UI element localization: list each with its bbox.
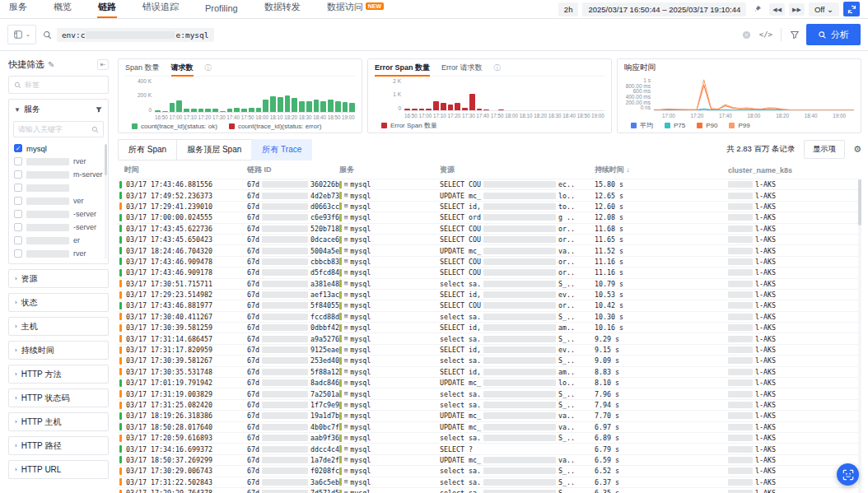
cell-resource[interactable]: select sa.S_..	[440, 390, 595, 398]
checkbox[interactable]	[14, 170, 22, 179]
refresh-button[interactable]	[843, 2, 860, 16]
table-tab[interactable]: 服务顶层 Span	[176, 139, 252, 160]
cell-trace-id[interactable]: 67d4b0bc7f	[247, 423, 339, 431]
filter-section-HTTP 状态码[interactable]: ›HTTP 状态码	[8, 388, 109, 407]
cell-service[interactable]: ▤mysql	[339, 247, 440, 255]
cell-trace-id[interactable]: 67d19a1d7b	[247, 412, 339, 420]
cell-resource[interactable]: select sa.S_..	[440, 489, 595, 493]
cell-trace-id[interactable]: 67da381e48	[247, 280, 339, 288]
nav-tab[interactable]: 服务	[8, 0, 28, 18]
cell-trace-id[interactable]: 67da9a5276	[247, 335, 339, 343]
table-row[interactable]: 03/17 17:29:29.76437867d7d571d5▤mysqlsel…	[118, 488, 861, 493]
cell-trace-id[interactable]: 67d0dbbf42	[247, 323, 339, 332]
search-input[interactable]: env:ce:mysql	[43, 24, 735, 45]
table-row[interactable]: 03/17 17:49:52.23637367d4d2eb73▤mysqlUPD…	[118, 190, 861, 201]
legend-item[interactable]: Error Span 数量	[381, 121, 437, 130]
legend-item[interactable]: P75	[665, 122, 685, 129]
cell-service[interactable]: ▤mysql	[339, 192, 440, 200]
filter-section-HTTP 主机[interactable]: ›HTTP 主机	[8, 412, 109, 431]
col-resource[interactable]: 资源	[440, 165, 595, 175]
cell-resource[interactable]: UPDATE mc_lo..	[440, 192, 595, 200]
table-row[interactable]: 03/17 17:43:46.90947867dcbbcb83▤mysqlSEL…	[118, 257, 861, 267]
col-trace-id[interactable]: 链路 ID	[247, 165, 339, 175]
cell-trace-id[interactable]: 67d253ed40	[247, 356, 339, 365]
cell-trace-id[interactable]: 67d520b718	[247, 225, 339, 233]
table-row[interactable]: 03/17 17:43:45.62273667d520b718▤mysqlSEL…	[118, 224, 861, 235]
cell-service[interactable]: ▤mysql	[339, 335, 440, 343]
cell-trace-id[interactable]: 67d1f7c9e9	[247, 401, 339, 409]
table-row[interactable]: 03/17 17:43:46.90917867dd5fcd84▤mysqlSEL…	[118, 267, 861, 278]
table-row[interactable]: 03/17 17:00:00.02455567dc6e93f6▤mysqlSEL…	[118, 212, 861, 223]
table-row[interactable]: 03/17 17:20:59.61689367daab9f36▤mysqlsel…	[118, 433, 861, 444]
cell-service[interactable]: ▤mysql	[339, 379, 440, 387]
cell-trace-id[interactable]: 67dfccd88d	[247, 313, 339, 321]
info-icon[interactable]: ⓘ	[494, 63, 501, 72]
cell-service[interactable]: ▤mysql	[339, 390, 440, 398]
edit-icon[interactable]: ✎	[48, 60, 54, 69]
cell-service[interactable]: ▤mysql	[339, 467, 440, 475]
table-row[interactable]: 03/17 17:31:19.00382967d7a2501a▤mysqlsel…	[118, 388, 861, 399]
nav-tab[interactable]: 数据访问NEW	[326, 0, 385, 18]
cell-trace-id[interactable]: 67d0dcace6	[247, 235, 339, 244]
cell-service[interactable]: ▤mysql	[339, 356, 440, 365]
table-row[interactable]: 03/17 17:31:22.50284367d3a6c5eb▤mysqlsel…	[118, 477, 861, 488]
cell-resource[interactable]: SELECT id,ev..	[440, 291, 595, 299]
info-icon[interactable]: ⓘ	[205, 63, 212, 72]
cell-trace-id[interactable]: 67d3a6c5eb	[247, 478, 339, 486]
col-time[interactable]: 时间	[118, 165, 247, 175]
cell-resource[interactable]: SELECT COUec..	[440, 180, 595, 188]
checkbox[interactable]	[14, 184, 22, 192]
nav-tab[interactable]: 错误追踪	[142, 0, 180, 18]
legend-item[interactable]: count(trace_id)(status: error)	[229, 123, 321, 130]
table-row[interactable]: 03/17 17:29:41.23901067dd0663cc▤mysqlSEL…	[118, 202, 861, 212]
cell-trace-id[interactable]: 67d1a7de2f	[247, 456, 339, 464]
cell-resource[interactable]: SELECT COUor..	[440, 268, 595, 277]
cell-trace-id[interactable]: 67dc6e93f6	[247, 213, 339, 221]
cell-resource[interactable]: select sa.S_..	[440, 280, 595, 288]
cell-service[interactable]: ▤mysql	[339, 280, 440, 288]
cell-service[interactable]: ▤mysql	[339, 478, 440, 486]
cell-service[interactable]: ▤mysql	[339, 412, 440, 420]
cell-service[interactable]: ▤mysql	[339, 202, 440, 211]
cell-trace-id[interactable]: 67d7a2501a	[247, 390, 339, 398]
cell-resource[interactable]: SELECT id,ev..	[440, 346, 595, 354]
col-duration[interactable]: 持续时间 ↓	[595, 165, 677, 175]
table-row[interactable]: 03/17 18:50:37.26929967d1a7de2f▤mysqlUPD…	[118, 455, 861, 466]
filter-section-HTTP URL[interactable]: ›HTTP URL	[8, 460, 109, 479]
cell-trace-id[interactable]: 67d5f84055	[247, 301, 339, 309]
cell-trace-id[interactable]: 67dcbbcb83	[247, 258, 339, 266]
cell-resource[interactable]: SELECT COUor..	[440, 235, 595, 244]
checkbox[interactable]	[14, 236, 22, 244]
cell-service[interactable]: ▤mysql	[339, 456, 440, 464]
cell-resource[interactable]: SELECT id,to..	[440, 202, 595, 211]
cell-trace-id[interactable]: 67dd5fcd84	[247, 268, 339, 277]
cell-service[interactable]: ▤mysql	[339, 213, 440, 221]
cell-service[interactable]: ▤mysql	[339, 323, 440, 332]
cell-resource[interactable]: SELECT ordg ..	[440, 213, 595, 221]
filter-section-HTTP 方法[interactable]: ›HTTP 方法	[8, 365, 109, 384]
analyze-button[interactable]: 分析	[806, 24, 861, 45]
cell-service[interactable]: ▤mysql	[339, 301, 440, 309]
table-row[interactable]: 03/17 17:43:45.65042367d0dcace6▤mysqlSEL…	[118, 235, 861, 245]
cell-trace-id[interactable]: 67d9125eae	[247, 346, 339, 354]
cell-trace-id[interactable]: 67d8adc846	[247, 379, 339, 387]
chart-tab[interactable]: Error 请求数	[441, 63, 483, 73]
tag-search-input[interactable]: 标签	[8, 76, 109, 94]
nav-tab[interactable]: Profiling	[204, 0, 239, 18]
time-forward-button[interactable]: ▶▶	[789, 3, 805, 16]
cell-service[interactable]: ▤mysql	[339, 489, 440, 493]
legend-item[interactable]: count(trace_id)(status: ok)	[132, 123, 217, 130]
checkbox[interactable]	[14, 210, 22, 218]
nav-tab[interactable]: 链路	[97, 0, 117, 18]
cell-trace-id[interactable]: 67df0208fc	[247, 467, 339, 475]
cell-trace-id[interactable]: 67dddcc4c4	[247, 445, 339, 453]
table-row[interactable]: 03/17 17:01:19.79194267d8adc846▤mysqlUPD…	[118, 378, 861, 388]
table-row[interactable]: 03/17 17:31:25.08242067d1f7c9e9▤mysqlsel…	[118, 400, 861, 411]
cell-resource[interactable]: SELECT id,am..	[440, 323, 595, 332]
pin-icon[interactable]	[750, 3, 765, 15]
table-row[interactable]: 03/17 17:43:46.88197767d5f84055▤mysqlSEL…	[118, 300, 861, 311]
cell-resource[interactable]: select sa.S_..	[440, 356, 595, 365]
cell-trace-id[interactable]: 67d7d571d5	[247, 489, 339, 493]
cell-resource[interactable]: select sa.S_..	[440, 467, 595, 475]
cell-resource[interactable]: UPDATE mc_lo..	[440, 379, 595, 387]
